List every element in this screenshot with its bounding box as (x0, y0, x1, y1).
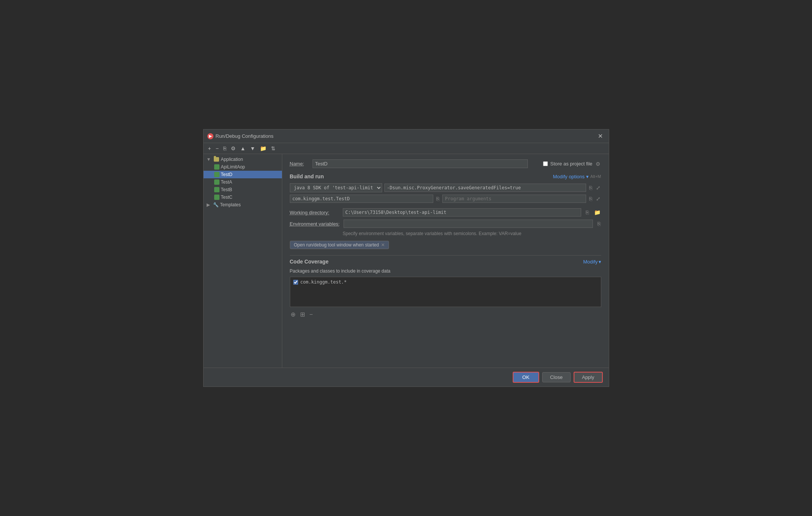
modify-options-button[interactable]: Modify options ▾ Alt+M (553, 174, 601, 179)
vm-options-browse-icon[interactable]: ⎘ (588, 184, 593, 192)
name-label: Name: (290, 161, 309, 167)
run-icon-testa (214, 179, 219, 185)
name-store-row: Name: Store as project file ⚙ (290, 159, 601, 168)
working-dir-browse-icon[interactable]: 📁 (593, 209, 601, 216)
run-icon-testb (214, 187, 219, 192)
store-project-checkbox[interactable] (543, 161, 548, 166)
modify-chevron-icon: ▾ (599, 259, 601, 265)
working-dir-copy-icon[interactable]: ⎘ (585, 209, 590, 216)
tag-label: Open run/debug tool window when started (294, 242, 379, 248)
vm-options-input[interactable] (384, 184, 586, 192)
vm-options-expand-icon[interactable]: ⤢ (595, 184, 601, 192)
footer: OK Close Apply (204, 368, 609, 387)
env-vars-input[interactable] (344, 220, 593, 228)
env-vars-copy-icon[interactable]: ⎘ (597, 220, 601, 228)
templates-label: Templates (220, 202, 241, 207)
folder-button[interactable]: 📁 (258, 145, 268, 152)
expand-arrow-templates-icon: ▶ (207, 202, 210, 207)
sidebar-item-testb[interactable]: TestB (204, 186, 282, 193)
add-config-button[interactable]: + (207, 145, 213, 152)
application-group-label: Application (221, 157, 243, 162)
add-coverage-button[interactable]: ⊕ (290, 310, 296, 319)
title-bar-left: ▶ Run/Debug Configurations (207, 133, 274, 139)
chevron-down-icon: ▾ (586, 174, 589, 179)
expand-arrow-icon: ▼ (207, 157, 211, 162)
modify-options-shortcut: Alt+M (590, 174, 601, 179)
app-logo: ▶ (207, 133, 213, 139)
sidebar-label-testd: TestD (221, 172, 233, 177)
sidebar-item-testc[interactable]: TestC (204, 193, 282, 201)
coverage-checkbox[interactable] (293, 280, 298, 285)
modify-label: Modify (583, 259, 597, 265)
code-coverage-title: Code Coverage (290, 259, 329, 265)
main-class-input[interactable] (290, 195, 434, 203)
sidebar-label-apilimitaop: ApiLimitAop (221, 164, 245, 170)
tag-close-icon[interactable]: ✕ (381, 242, 385, 248)
title-bar: ▶ Run/Debug Configurations ✕ (204, 129, 609, 143)
build-run-header: Build and run Modify options ▾ Alt+M (290, 173, 601, 179)
move-down-button[interactable]: ▼ (249, 145, 257, 152)
tag-row: Open run/debug tool window when started … (290, 241, 601, 249)
coverage-item-label: com.kinggm.test.* (300, 279, 347, 285)
working-dir-input[interactable] (343, 208, 581, 217)
run-icon-apilimitaop (214, 164, 219, 170)
modify-coverage-button[interactable]: Modify ▾ (583, 259, 601, 265)
run-debug-dialog: ▶ Run/Debug Configurations ✕ + − ⎘ ⚙ ▲ ▼… (203, 129, 609, 387)
apply-button[interactable]: Apply (574, 372, 603, 383)
sidebar-item-apilimitaop[interactable]: ApiLimitAop (204, 163, 282, 171)
env-vars-label: Environment variables: (290, 221, 340, 227)
remove-config-button[interactable]: − (214, 145, 220, 152)
modify-options-label: Modify options (553, 174, 585, 179)
dialog-title: Run/Debug Configurations (216, 133, 274, 139)
env-vars-row: Environment variables: ⎘ (290, 220, 601, 228)
main-class-browse-icon[interactable]: ⎘ (436, 195, 440, 203)
sidebar-label-testc: TestC (221, 195, 233, 200)
sidebar-item-testa[interactable]: TestA (204, 178, 282, 186)
divider (290, 255, 601, 256)
sidebar-group-application[interactable]: ▼ Application (204, 156, 282, 163)
build-run-title: Build and run (290, 173, 324, 179)
wrench-icon: 🔧 (213, 202, 219, 207)
store-project-label: Store as project file (550, 161, 592, 167)
toolbar: + − ⎘ ⚙ ▲ ▼ 📁 ⇅ (204, 143, 609, 154)
main-content: ▼ Application ApiLimitAop TestD TestA Te… (204, 154, 609, 368)
run-icon-testc (214, 195, 219, 200)
prog-args-browse-icon[interactable]: ⎘ (588, 195, 593, 203)
remove-coverage-button[interactable]: − (309, 310, 314, 319)
sidebar-label-testb: TestB (221, 187, 232, 192)
coverage-actions: ⊕ ⊞ − (290, 310, 601, 319)
working-dir-row: Working directory: ⎘ 📁 (290, 208, 601, 217)
sdk-vmoptions-row: java 8 SDK of 'test-api-limit ⎘ ⤢ (290, 183, 601, 192)
config-panel: Name: Store as project file ⚙ Build and … (282, 154, 609, 368)
working-dir-label: Working directory: (290, 210, 339, 215)
packages-label: Packages and classes to include in cover… (290, 268, 601, 274)
dialog-close-button[interactable]: ✕ (596, 132, 605, 140)
main-class-row: ⎘ ⎘ ⤢ (290, 195, 601, 203)
move-up-button[interactable]: ▲ (239, 145, 247, 152)
store-project-row: Store as project file ⚙ (543, 160, 601, 168)
prog-args-expand-icon[interactable]: ⤢ (595, 195, 601, 203)
name-input[interactable] (313, 159, 528, 168)
open-tool-window-tag: Open run/debug tool window when started … (290, 241, 389, 249)
coverage-item: com.kinggm.test.* (293, 279, 598, 285)
add-class-coverage-button[interactable]: ⊞ (299, 310, 306, 319)
sidebar-item-templates[interactable]: ▶ 🔧 Templates (204, 201, 282, 209)
application-folder-icon (214, 157, 219, 162)
sidebar-item-testd[interactable]: TestD (204, 171, 282, 178)
sdk-select[interactable]: java 8 SDK of 'test-api-limit (290, 183, 382, 192)
store-settings-icon[interactable]: ⚙ (595, 160, 601, 168)
ok-button[interactable]: OK (513, 372, 539, 383)
close-button[interactable]: Close (542, 372, 571, 382)
sidebar: ▼ Application ApiLimitAop TestD TestA Te… (204, 154, 282, 368)
copy-config-button[interactable]: ⎘ (222, 145, 228, 152)
sidebar-label-testa: TestA (221, 179, 232, 185)
settings-button[interactable]: ⚙ (229, 145, 237, 152)
sort-button[interactable]: ⇅ (269, 145, 277, 152)
prog-args-input[interactable] (442, 195, 586, 203)
coverage-list: com.kinggm.test.* (290, 277, 601, 307)
run-icon-testd (214, 172, 219, 177)
env-vars-hint: Specify environment variables, separate … (343, 231, 601, 236)
code-coverage-header: Code Coverage Modify ▾ (290, 259, 601, 265)
